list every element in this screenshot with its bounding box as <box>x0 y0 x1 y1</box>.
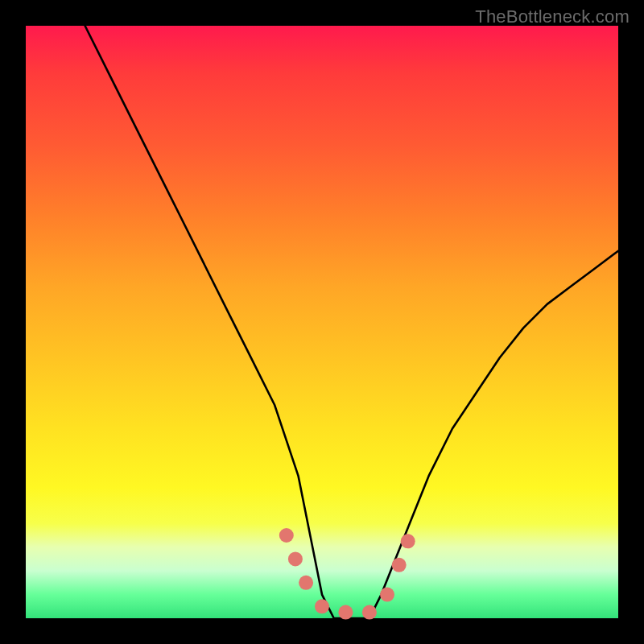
curve-dot <box>338 605 353 620</box>
curve-dot <box>392 558 407 572</box>
bottleneck-curve-svg <box>26 26 618 618</box>
chart-frame: TheBottleneck.com <box>0 0 644 644</box>
curve-dot <box>279 528 294 543</box>
bottleneck-curve <box>85 26 618 618</box>
watermark-text: TheBottleneck.com <box>475 6 630 27</box>
curve-dot <box>315 599 329 613</box>
curve-dot <box>362 605 377 620</box>
curve-dot <box>288 551 303 566</box>
curve-dot <box>380 588 394 602</box>
curve-dots <box>279 528 415 620</box>
curve-dot <box>401 534 415 548</box>
chart-plot-area <box>26 26 618 618</box>
curve-dot <box>299 576 313 590</box>
